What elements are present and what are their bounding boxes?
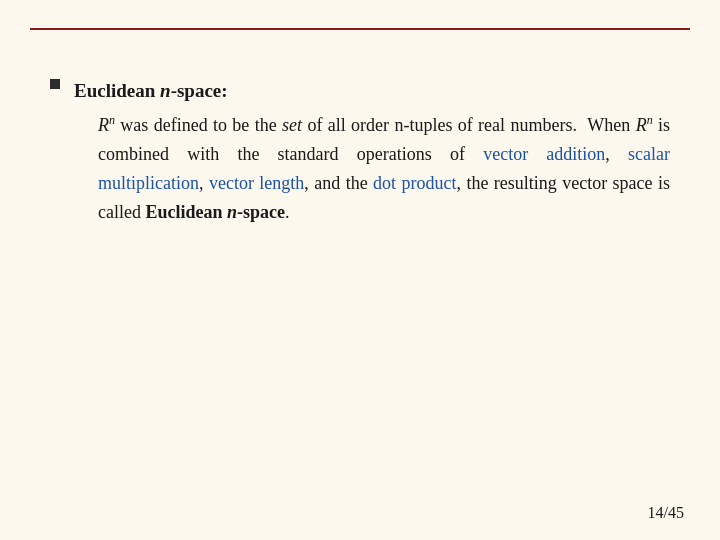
set-italic: set (282, 115, 302, 135)
n-italic-end: n (227, 202, 237, 222)
rn-italic: Rn (98, 115, 115, 135)
sup-n1: n (109, 113, 115, 127)
dot-product-link: dot product (373, 173, 456, 193)
bullet-dot (50, 79, 60, 89)
page-number: 14/45 (648, 504, 684, 522)
body-text: Rn was defined to be the set of all orde… (98, 111, 670, 226)
sup-n2: n (647, 113, 653, 127)
vector-length-link: vector length (209, 173, 304, 193)
heading-italic: n (160, 80, 171, 101)
content-area: Euclidean n-space: Rn was defined to be … (50, 58, 670, 227)
top-border (30, 28, 690, 30)
bullet-item: Euclidean n-space: Rn was defined to be … (50, 76, 670, 227)
heading-line: Euclidean n-space: (74, 76, 670, 105)
rn-italic2: Rn (636, 115, 653, 135)
bullet-content: Euclidean n-space: Rn was defined to be … (74, 76, 670, 227)
slide: Euclidean n-space: Rn was defined to be … (0, 0, 720, 540)
vector-addition-link: vector addition (483, 144, 605, 164)
euclidean-bold: Euclidean n-space (145, 202, 285, 222)
